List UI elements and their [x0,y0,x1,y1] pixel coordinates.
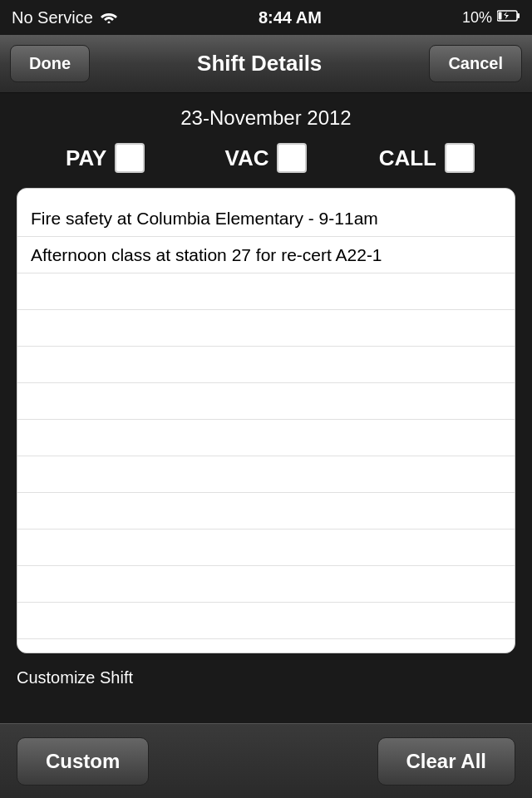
nav-bar: Done Shift Details Cancel [0,35,532,93]
custom-button[interactable]: Custom [17,737,149,786]
pay-label: PAY [66,145,106,171]
checkboxes-row: PAY VAC CALL [0,138,532,181]
customize-shift-label: Customize Shift [0,662,532,692]
battery-icon [497,9,520,27]
svg-rect-2 [517,13,520,18]
clear-all-button[interactable]: Clear All [377,737,515,786]
svg-point-0 [107,21,110,23]
status-bar: No Service 8:44 AM 10% [0,0,532,35]
note-line-2: Afternoon class at station 27 for re-cer… [31,237,501,273]
call-label: CALL [379,145,436,171]
done-button[interactable]: Done [10,45,90,82]
status-time: 8:44 AM [259,8,322,27]
status-left: No Service [12,8,118,27]
bottom-bar: Custom Clear All [0,723,532,798]
pay-checkbox[interactable] [115,143,145,173]
svg-rect-3 [498,12,501,19]
pay-group: PAY [25,143,185,173]
vac-label: VAC [225,145,269,171]
battery-percent: 10% [462,9,492,27]
vac-checkbox[interactable] [277,143,307,173]
cancel-button[interactable]: Cancel [429,45,522,82]
call-group: CALL [347,143,507,173]
status-right: 10% [462,9,520,27]
note-line-1: Fire safety at Columbia Elementary - 9-1… [31,200,501,237]
shift-date: 23-November 2012 [0,93,532,138]
page-title: Shift Details [90,51,429,76]
vac-group: VAC [185,143,346,173]
carrier-label: No Service [12,8,93,27]
call-checkbox[interactable] [445,143,475,173]
wifi-icon [100,8,118,27]
notes-text: Fire safety at Columbia Elementary - 9-1… [31,200,501,273]
notes-container[interactable]: Fire safety at Columbia Elementary - 9-1… [17,188,515,653]
